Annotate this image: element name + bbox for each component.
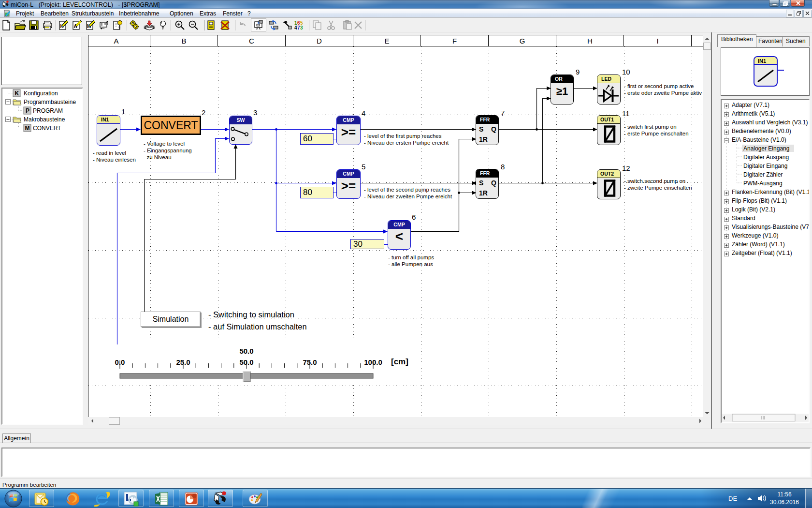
svg-text:P: P bbox=[26, 107, 29, 114]
svg-text:3: 3 bbox=[300, 25, 303, 30]
svg-text:M: M bbox=[25, 125, 30, 132]
svg-text:K: K bbox=[15, 90, 19, 97]
